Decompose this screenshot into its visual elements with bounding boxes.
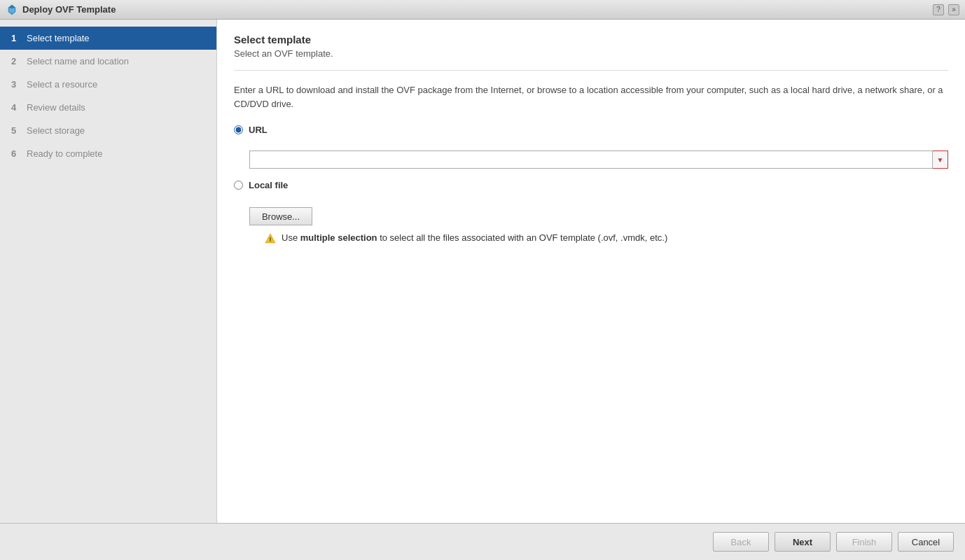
warning-icon: !: [265, 233, 276, 244]
local-file-section: Browse... ! Use multiple selection to se…: [249, 207, 948, 244]
step4-label: Review details: [27, 102, 85, 113]
warning-message: Use multiple selection to select all the…: [282, 232, 667, 243]
content-description: Enter a URL to download and install the …: [234, 83, 948, 111]
sidebar-item-step3: 3 Select a resource: [0, 73, 216, 96]
warning-row: ! Use multiple selection to select all t…: [265, 232, 948, 244]
local-file-label[interactable]: Local file: [249, 180, 288, 190]
step1-number: 1: [11, 33, 22, 43]
step6-number: 6: [11, 148, 22, 159]
step5-number: 5: [11, 125, 22, 136]
sidebar-item-step6: 6 Ready to complete: [0, 142, 216, 165]
expand-button[interactable]: »: [948, 4, 959, 15]
dropdown-arrow-icon: ▼: [937, 156, 944, 164]
cancel-button[interactable]: Cancel: [898, 532, 954, 552]
sidebar-item-step4: 4 Review details: [0, 96, 216, 119]
content-divider: [234, 70, 948, 71]
content-subtitle: Select an OVF template.: [234, 48, 948, 59]
dialog: 1 Select template 2 Select name and loca…: [0, 20, 965, 560]
url-input[interactable]: [249, 150, 933, 169]
local-file-option: Local file: [234, 180, 948, 190]
app-icon: [6, 4, 18, 16]
step1-label: Select template: [27, 33, 90, 43]
dialog-body: 1 Select template 2 Select name and loca…: [0, 20, 965, 523]
url-dropdown-button[interactable]: ▼: [933, 150, 948, 169]
content-title: Select template: [234, 34, 948, 46]
step4-number: 4: [11, 102, 22, 113]
step2-number: 2: [11, 56, 22, 66]
finish-button[interactable]: Finish: [836, 532, 892, 552]
dialog-footer: Back Next Finish Cancel: [0, 523, 965, 560]
svg-text:!: !: [270, 236, 272, 243]
step3-label: Select a resource: [27, 79, 97, 90]
sidebar-item-step2[interactable]: 2 Select name and location: [0, 50, 216, 73]
dialog-title: Deploy OVF Template: [22, 4, 933, 15]
step6-label: Ready to complete: [27, 148, 102, 159]
step5-label: Select storage: [27, 125, 85, 136]
sidebar-item-step1[interactable]: 1 Select template: [0, 27, 216, 50]
sidebar: 1 Select template 2 Select name and loca…: [0, 20, 217, 523]
browse-button[interactable]: Browse...: [249, 207, 312, 225]
url-radio[interactable]: [234, 125, 243, 134]
step3-number: 3: [11, 79, 22, 90]
next-button[interactable]: Next: [775, 532, 831, 552]
url-input-row: ▼: [249, 150, 948, 169]
main-content: Select template Select an OVF template. …: [217, 20, 965, 523]
radio-group: URL ▼ Local file Browse...: [234, 125, 948, 244]
title-controls: ? »: [933, 4, 959, 15]
step2-label: Select name and location: [27, 56, 129, 66]
warning-bold-text: multiple selection: [300, 232, 377, 243]
back-button[interactable]: Back: [713, 532, 769, 552]
sidebar-item-step5: 5 Select storage: [0, 119, 216, 142]
help-button[interactable]: ?: [933, 4, 944, 15]
url-option: URL: [234, 125, 948, 135]
url-radio-label[interactable]: URL: [249, 125, 268, 135]
title-bar: Deploy OVF Template ? »: [0, 0, 965, 20]
local-file-radio[interactable]: [234, 181, 243, 190]
